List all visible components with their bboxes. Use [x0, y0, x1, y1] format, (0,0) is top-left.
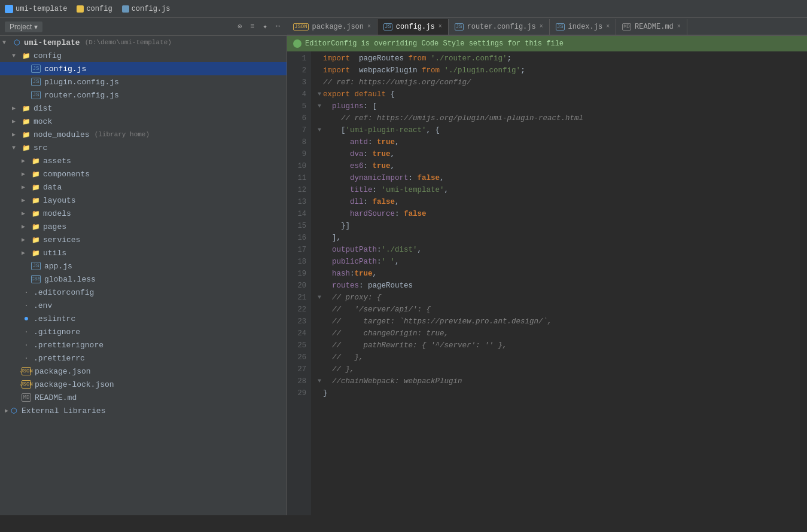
tree-mock-folder[interactable]: ▶ 📁 mock [0, 115, 287, 128]
star-icon[interactable]: ✦ [261, 21, 270, 32]
tree-app-js[interactable]: JS app.js [0, 259, 287, 273]
code-line-4: ▼export default { [316, 88, 807, 100]
packagelockjson-icon: JSON [22, 380, 31, 389]
tree-package-json[interactable]: JSON package.json [0, 365, 287, 378]
routerconfigjs-label: router.config.js [44, 91, 119, 100]
tab-close-package-json[interactable]: × [367, 23, 371, 30]
src-label: src [34, 143, 47, 152]
editorconfig-status-icon [293, 39, 302, 48]
tree-config-folder[interactable]: ▼ 📁 config [0, 49, 287, 62]
code-text-5: plugins: [ [323, 100, 807, 112]
project-button[interactable]: Project ▾ [5, 22, 42, 32]
title-bar-configjs: config.js [122, 5, 170, 13]
editorconfig-label: .editorconfig [34, 288, 94, 297]
fold-gutter-28[interactable]: ▼ [316, 375, 323, 387]
tree-dist-folder[interactable]: ▶ 📁 dist [0, 102, 287, 115]
env-icon: · [22, 301, 31, 310]
tree-pages-folder[interactable]: ▶ 📁 pages [0, 220, 287, 233]
tab-close-config-js[interactable]: × [438, 23, 442, 30]
tab-close-router-config-js[interactable]: × [540, 23, 543, 30]
eslintrc-icon: ● [22, 314, 31, 323]
mock-label: mock [34, 117, 52, 126]
title-bar-config: config [77, 5, 112, 13]
tab-readme[interactable]: MD README.md × [616, 19, 687, 35]
line-number-14: 14 [287, 208, 306, 220]
line-number-7: 7 [287, 124, 306, 136]
code-line-15: }] [316, 220, 807, 232]
tab-index-js[interactable]: JS index.js × [550, 19, 616, 35]
tab-close-readme[interactable]: × [677, 23, 681, 30]
line-number-9: 9 [287, 148, 306, 160]
line-number-24: 24 [287, 328, 306, 340]
line-number-17: 17 [287, 244, 306, 256]
fold-gutter-21[interactable]: ▼ [316, 292, 323, 304]
tab-close-index-js[interactable]: × [606, 23, 610, 30]
expand-icon[interactable]: ↔ [273, 21, 282, 32]
external-libraries[interactable]: ▶ ⬡ External Libraries [0, 404, 287, 417]
code-line-9: dva: true, [316, 148, 807, 160]
assets-label: assets [43, 157, 71, 166]
line-number-20: 20 [287, 280, 306, 292]
nodemodules-label: node_modules [34, 130, 90, 139]
line-number-16: 16 [287, 232, 306, 244]
tree-env[interactable]: · .env [0, 299, 287, 312]
tree-root[interactable]: ▼ ⬡ umi-template (D:\demo\umi-template) [0, 36, 287, 49]
structure-icon[interactable]: ≡ [248, 21, 257, 32]
line-number-1: 1 [287, 53, 306, 65]
tree-data-folder[interactable]: ▶ 📁 data [0, 181, 287, 194]
fold-gutter-4[interactable]: ▼ [316, 88, 323, 100]
tree-assets-folder[interactable]: ▶ 📁 assets [0, 154, 287, 167]
code-text-28: //chainWebpack: webpackPlugin [323, 375, 807, 387]
tree-editorconfig[interactable]: · .editorconfig [0, 286, 287, 299]
tree-eslintrc[interactable]: ● .eslintrc [0, 312, 287, 325]
code-text-24: // changeOrigin: true, [323, 328, 807, 340]
code-text-6: // ref: https://umijs.org/plugin/umi-plu… [323, 112, 807, 124]
tree-services-folder[interactable]: ▶ 📁 services [0, 233, 287, 246]
code-text-1: import pageRoutes from './router.config'… [323, 53, 807, 65]
tab-config-js[interactable]: JS config.js × [377, 19, 449, 35]
editor-config-bar: EditorConfig is overriding Code Style se… [287, 36, 807, 51]
code-line-8: antd: true, [316, 136, 807, 148]
tree-gitignore[interactable]: · .gitignore [0, 325, 287, 338]
code-text-12: title: 'umi-template', [323, 184, 807, 196]
pages-label: pages [43, 222, 66, 231]
tree-plugin-config-js[interactable]: JS plugin.config.js [0, 75, 287, 88]
readmemd-icon: MD [22, 393, 31, 402]
dropdown-arrow: ▾ [34, 23, 38, 31]
tree-config-js[interactable]: JS config.js [0, 62, 287, 75]
models-label: models [43, 209, 71, 218]
code-text-11: dynamicImport: false, [323, 172, 807, 184]
code-text-15: }] [323, 220, 807, 232]
tree-package-lock-json[interactable]: JSON package-lock.json [0, 378, 287, 391]
tree-router-config-js[interactable]: JS router.config.js [0, 88, 287, 102]
tree-prettierignore[interactable]: · .prettierignore [0, 338, 287, 351]
code-line-22: // '/server/api/': { [316, 304, 807, 316]
code-text-16: ], [323, 232, 807, 244]
packagelockjson-label: package-lock.json [35, 380, 114, 389]
tree-node-modules-folder[interactable]: ▶ 📁 node_modules (library home) [0, 128, 287, 141]
gitignore-icon: · [22, 328, 31, 336]
line-numbers: 1234567891011121314151617181920212223242… [287, 51, 311, 515]
tree-src-folder[interactable]: ▼ 📁 src [0, 141, 287, 154]
tree-models-folder[interactable]: ▶ 📁 models [0, 207, 287, 220]
tree-prettierrc[interactable]: · .prettierrc [0, 351, 287, 365]
tab-package-json[interactable]: JSON package.json × [287, 19, 377, 35]
code-text-9: dva: true, [323, 148, 807, 160]
line-number-26: 26 [287, 351, 306, 363]
settings-icon[interactable]: ⊙ [235, 21, 244, 32]
tree-components-folder[interactable]: ▶ 📁 components [0, 167, 287, 181]
tree-readme-md[interactable]: MD README.md [0, 391, 287, 404]
fold-gutter-7[interactable]: ▼ [316, 124, 323, 136]
code-container[interactable]: 1234567891011121314151617181920212223242… [287, 51, 807, 515]
tree-global-less[interactable]: CSS global.less [0, 273, 287, 286]
code-line-13: dll: false, [316, 196, 807, 208]
tree-utils-folder[interactable]: ▶ 📁 utils [0, 246, 287, 259]
tree-layouts-folder[interactable]: ▶ 📁 layouts [0, 194, 287, 207]
code-text-18: publicPath:' ', [323, 256, 807, 268]
extlibs-label: External Libraries [22, 406, 105, 415]
code-line-19: hash:true, [316, 268, 807, 280]
fold-gutter-5[interactable]: ▼ [316, 100, 323, 112]
tab-router-config-js[interactable]: JS router.config.js × [449, 19, 550, 35]
root-label: umi-template [24, 38, 80, 47]
code-line-11: dynamicImport: false, [316, 172, 807, 184]
